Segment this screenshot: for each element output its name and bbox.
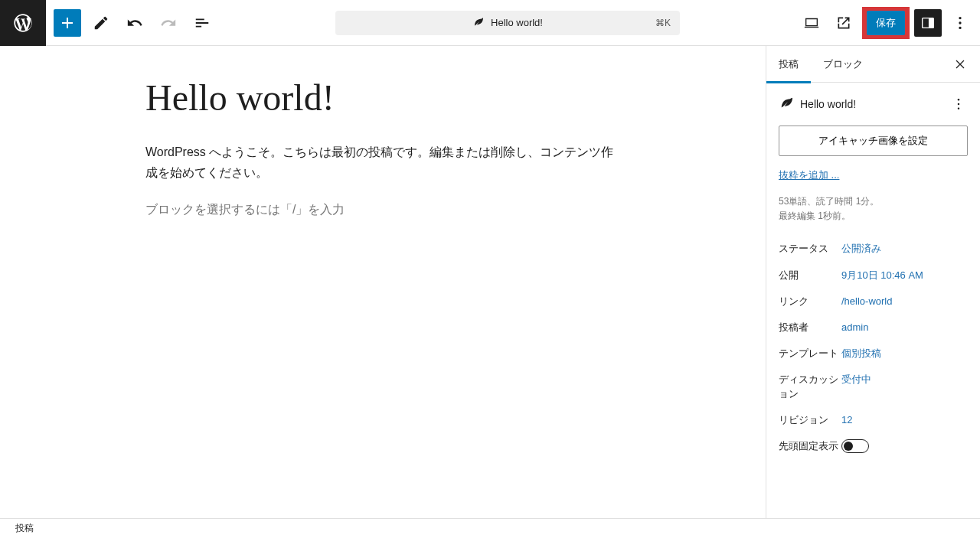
row-publish: 公開 9月10日 10:46 AM [779,262,968,289]
discussion-value[interactable]: 受付中 [841,373,871,386]
set-featured-image-button[interactable]: アイキャッチ画像を設定 [779,126,968,156]
svg-point-5 [958,99,960,101]
svg-point-6 [958,103,960,106]
toolbar-right: 保存 [792,7,980,39]
feather-icon [779,97,792,111]
kbd-shortcut: ⌘K [655,18,671,28]
editor-canvas[interactable]: Hello world! WordPress へようこそ。こちらは最初の投稿です… [0,46,766,518]
sidebar-tabs: 投稿 ブロック [766,46,980,83]
canvas-inner: Hello world! WordPress へようこそ。こちらは最初の投稿です… [145,46,620,218]
document-overview-button[interactable] [188,9,216,37]
row-revisions: リビジョン 12 [779,407,968,433]
external-link-button[interactable] [830,9,858,37]
document-title: Hello world! [491,17,543,28]
publish-label: 公開 [779,269,838,282]
document-title-pill[interactable]: Hello world! ⌘K [335,11,680,35]
status-value[interactable]: 公開済み [841,242,881,256]
sticky-toggle[interactable] [841,439,869,453]
close-sidebar-button[interactable] [946,51,974,78]
row-template: テンプレート 個別投稿 [779,341,968,367]
svg-point-3 [959,21,961,24]
template-label: テンプレート [779,347,838,360]
row-author: 投稿者 admin [779,315,968,341]
link-value[interactable]: /hello-world [841,295,892,308]
post-body[interactable]: WordPress へようこそ。こちらは最初の投稿です。編集または削除し、コンテ… [145,142,620,183]
revisions-label: リビジョン [779,413,838,427]
row-status: ステータス 公開済み [779,236,968,262]
topbar: Hello world! ⌘K 保存 [0,0,980,46]
tab-post[interactable]: 投稿 [766,46,811,83]
feather-icon [472,18,483,28]
post-attributes: ステータス 公開済み 公開 9月10日 10:46 AM リンク /hello-… [779,236,968,459]
revisions-value[interactable]: 12 [841,413,852,427]
summary-header: Hello world! [779,95,968,113]
discussion-label: ディスカッション [779,373,838,400]
link-label: リンク [779,295,838,308]
post-summary: Hello world! アイキャッチ画像を設定 抜粋を追加 ... 53単語、… [766,83,980,471]
last-edited: 最終編集 1秒前。 [779,209,968,223]
template-value[interactable]: 個別投稿 [841,347,881,360]
svg-rect-1 [929,18,933,28]
summary-actions-button[interactable] [949,95,968,113]
toolbar-left [46,9,224,37]
settings-sidebar: 投稿 ブロック Hello world! アイキャッチ画像を設定 抜粋を追加 .… [766,46,980,518]
add-block-button[interactable] [54,9,81,37]
wp-logo[interactable] [0,0,46,46]
svg-point-4 [959,26,961,28]
view-button[interactable] [798,9,825,37]
row-sticky: 先頭固定表示 [779,433,968,459]
post-title[interactable]: Hello world! [145,77,620,119]
redo-button[interactable] [155,9,182,37]
options-button[interactable] [946,9,974,37]
word-count: 53単語、読了時間 1分。 [779,194,968,209]
meta-text: 53単語、読了時間 1分。 最終編集 1秒前。 [779,194,968,223]
sticky-label: 先頭固定表示 [779,439,838,453]
tab-block[interactable]: ブロック [811,46,875,83]
summary-title: Hello world! [800,98,856,110]
bottombar: 投稿 [0,518,980,538]
row-discussion: ディスカッション 受付中 [779,367,968,406]
tools-button[interactable] [87,9,115,37]
author-label: 投稿者 [779,321,838,334]
block-placeholder[interactable]: ブロックを選択するには「/」を入力 [145,202,620,218]
svg-point-2 [959,16,961,18]
undo-button[interactable] [121,9,149,37]
status-label: ステータス [779,242,838,256]
add-excerpt-link[interactable]: 抜粋を追加 ... [779,168,839,182]
save-highlight-wrap: 保存 [862,7,910,39]
row-link: リンク /hello-world [779,289,968,315]
document-title-bar: Hello world! ⌘K [224,11,792,35]
author-value[interactable]: admin [841,321,868,334]
save-button[interactable]: 保存 [867,11,905,35]
breadcrumb[interactable]: 投稿 [15,522,34,535]
publish-value[interactable]: 9月10日 10:46 AM [841,269,923,282]
sidebar-toggle-button[interactable] [914,9,942,37]
body-wrap: Hello world! WordPress へようこそ。こちらは最初の投稿です… [0,46,980,518]
svg-point-7 [958,108,960,110]
